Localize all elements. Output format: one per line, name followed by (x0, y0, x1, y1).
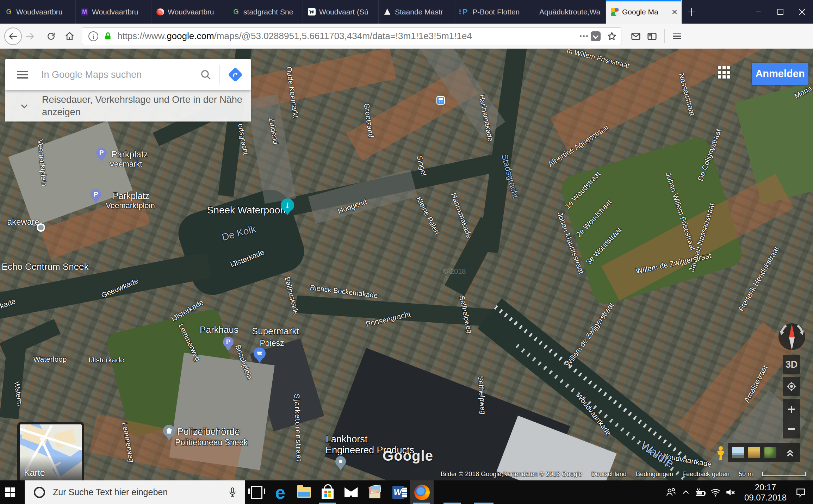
p-pin-marker[interactable]: P (96, 148, 107, 158)
map-mode-toggle[interactable]: Karte (17, 422, 84, 480)
browser-tab[interactable]: PP-Boot Flotten (454, 0, 530, 24)
taskbar-clock[interactable]: 20:17 09.07.2018 (743, 482, 788, 503)
pegman-icon[interactable] (714, 446, 727, 461)
apps-grid-icon[interactable] (718, 66, 731, 79)
gray-pin-marker[interactable] (335, 456, 346, 467)
collapse-chevrons-icon[interactable] (785, 447, 795, 458)
poi-label[interactable]: Parkplatz (111, 149, 148, 160)
edge-app-icon[interactable]: e (268, 480, 292, 504)
poi-label[interactable]: Echo Centrum Sneek (1, 261, 88, 272)
browser-tab[interactable]: Woudvaartbru (151, 0, 227, 24)
zoom-in-button[interactable] (783, 399, 800, 419)
browser-tab[interactable]: Aquäduktroute,Wa (530, 0, 606, 24)
people-icon[interactable] (664, 480, 678, 504)
compass-control[interactable] (777, 321, 807, 352)
hidden-icons-chevron[interactable] (678, 480, 693, 504)
browser-tab[interactable]: Google Ma (606, 0, 682, 24)
maps-menu-icon[interactable] (17, 69, 28, 80)
search-icon[interactable] (200, 69, 212, 81)
mail-app-icon[interactable] (339, 480, 363, 504)
poi-label[interactable]: Veemarkt (110, 160, 142, 169)
poi-label[interactable]: Poiesz (260, 338, 284, 348)
url-text: https://www.google.com/maps/@53.0288951,… (117, 31, 580, 42)
traffic-toggle-bar[interactable]: Reisedauer, Verkehrslage und Orte in der… (5, 90, 251, 122)
action-center-icon[interactable] (793, 480, 808, 504)
poi-label[interactable]: Supermarkt (252, 326, 299, 337)
p-pin-marker[interactable]: P (91, 189, 101, 200)
poi-label[interactable]: Lankhorst (326, 434, 368, 445)
bookmark-star-icon[interactable] (607, 31, 617, 41)
poi-label[interactable]: Parkhaus (200, 324, 238, 335)
imagery-thumb[interactable] (732, 447, 744, 458)
browser-tab[interactable]: GWoudvaartbru (0, 0, 76, 24)
zoom-out-button[interactable] (783, 419, 800, 438)
window-controls (747, 0, 813, 24)
browser-tab[interactable]: Staande Mastr (379, 0, 454, 24)
sail-favicon-icon (384, 8, 391, 16)
country-label[interactable]: Deutschland (591, 471, 627, 478)
volume-muted-icon[interactable] (723, 480, 738, 504)
poi-label[interactable]: Polizeibehörde (177, 427, 240, 437)
directions-arrow-icon (230, 70, 240, 80)
store-app-icon[interactable] (316, 480, 339, 504)
menu-button[interactable] (669, 28, 685, 44)
reload-button[interactable] (43, 28, 59, 44)
terms-link[interactable]: Bedingungen (636, 471, 673, 478)
bus-marker[interactable] (436, 96, 445, 105)
start-button[interactable] (0, 480, 25, 504)
mail-button[interactable] (628, 28, 644, 44)
forward-button[interactable] (22, 28, 38, 44)
cart-pin-marker[interactable] (254, 347, 266, 359)
tab-title: Google Ma (622, 8, 667, 16)
pin-teal-marker[interactable] (281, 198, 294, 212)
minimize-button[interactable] (747, 0, 769, 24)
firefox-app-icon[interactable] (410, 480, 434, 504)
page-info-icon[interactable] (88, 31, 98, 41)
home-button[interactable] (61, 28, 77, 44)
browser-tab[interactable]: WWoudvaart (Sú (303, 0, 379, 24)
microphone-icon[interactable] (228, 487, 237, 498)
gmaps-favicon-icon (611, 8, 619, 16)
new-tab-button[interactable] (682, 0, 701, 24)
taskbar-search[interactable] (25, 480, 245, 504)
pocket-icon[interactable] (591, 31, 601, 41)
back-button[interactable] (4, 27, 22, 45)
map-canvas[interactable]: Oude KoemarktZuidendortsgrachtGrootzandS… (0, 49, 813, 480)
3d-button[interactable]: 3D (783, 355, 800, 374)
police-pin-marker[interactable] (163, 425, 175, 437)
imagery-thumb[interactable] (748, 447, 760, 458)
word-app-icon[interactable]: W (386, 480, 410, 504)
maps-search-input[interactable] (41, 69, 200, 81)
feedback-link[interactable]: Feedback geben (682, 471, 730, 478)
cortana-icon (34, 487, 45, 498)
tab-close-icon[interactable] (671, 8, 678, 16)
task-view-button[interactable] (245, 480, 268, 504)
system-tray: 20:17 09.07.2018 (664, 480, 813, 504)
page-actions-icon[interactable] (580, 35, 582, 37)
imagery-thumb[interactable] (764, 447, 776, 458)
p-pin-marker[interactable]: P (223, 337, 234, 347)
sidebars-button[interactable] (644, 28, 660, 44)
poi-label[interactable]: Sneek Waterpoort (207, 205, 286, 216)
poi-label[interactable]: Veemarktplein (106, 201, 155, 210)
url-bar[interactable]: https://www.google.com/maps/@53.0288951,… (82, 27, 621, 45)
gray-dot-marker[interactable] (37, 223, 45, 232)
battery-icon[interactable] (693, 480, 708, 504)
poi-label[interactable]: Parkplatz (113, 191, 149, 201)
directions-button[interactable] (228, 67, 243, 82)
my-location-button[interactable] (783, 377, 800, 396)
poi-label[interactable]: akeware (7, 217, 39, 227)
forward-icon (25, 32, 35, 41)
browser-tab[interactable]: MWoudvaartbru (76, 0, 151, 24)
poi-label[interactable]: Politiebureau Sneek (175, 438, 248, 447)
browser-tab[interactable]: Gstadgracht Sne (227, 0, 303, 24)
live-mail-app-icon[interactable] (363, 480, 386, 504)
restore-button[interactable] (769, 0, 791, 24)
sign-in-button[interactable]: Anmelden (752, 63, 808, 85)
lock-icon[interactable] (103, 31, 112, 41)
taskbar-search-input[interactable] (52, 487, 228, 498)
file-explorer-app-icon[interactable] (292, 480, 316, 504)
close-button[interactable] (791, 0, 813, 24)
wifi-icon[interactable] (708, 480, 723, 504)
zoom-controls (783, 399, 800, 438)
